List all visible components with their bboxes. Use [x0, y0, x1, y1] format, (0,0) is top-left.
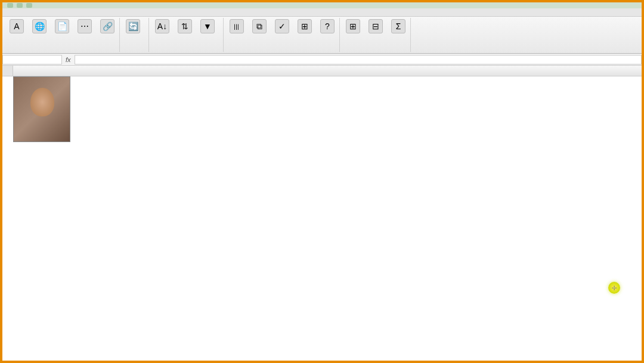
whatif-button[interactable]: ?	[318, 18, 337, 36]
sort-az-icon: A↓	[155, 19, 169, 33]
ungroup-button[interactable]: ⊟	[366, 18, 385, 36]
qat-undo-icon[interactable]	[17, 3, 23, 8]
ribbon-group-label	[123, 51, 146, 52]
ribbon-group-label	[343, 51, 408, 52]
access-icon: A	[10, 19, 24, 33]
ribbon-group-label	[153, 51, 221, 52]
data-validation-button[interactable]: ✓	[273, 18, 292, 36]
ribbon-tabs	[2, 8, 642, 17]
ribbon-group-label	[227, 51, 337, 52]
ribbon-group-datatools: ⫼ ⧉ ✓ ⊞ ?	[225, 18, 340, 52]
name-box[interactable]	[2, 55, 62, 64]
sort-icon: ⇅	[178, 19, 192, 33]
ribbon-group-extern: A 🌐 📄 ⋯ 🔗	[5, 18, 120, 52]
fx-icon[interactable]: fx	[62, 56, 75, 63]
ungroup-icon: ⊟	[369, 19, 383, 33]
highlight-cursor-icon: ✢	[608, 282, 620, 294]
ribbon-group-sort: A↓ ⇅ ▼	[150, 18, 224, 52]
from-web-button[interactable]: 🌐	[30, 18, 49, 36]
dedup-icon: ⧉	[252, 19, 267, 33]
existing-conn-icon: 🔗	[100, 19, 114, 33]
select-all-corner[interactable]	[2, 66, 13, 76]
sort-button[interactable]: ⇅	[175, 18, 194, 36]
qat-save-icon[interactable]	[7, 3, 13, 8]
ribbon-group-detail	[412, 18, 417, 52]
ribbon-group-label	[7, 51, 117, 52]
filter-icon: ▼	[200, 19, 215, 33]
consolidate-button[interactable]: ⊞	[295, 18, 314, 36]
filter-button[interactable]: ▼	[198, 18, 217, 36]
other-sources-icon: ⋯	[78, 19, 92, 33]
remove-duplicates-button[interactable]: ⧉	[250, 18, 269, 36]
text-icon: 📄	[55, 19, 69, 33]
spreadsheet-grid[interactable]: ✢	[2, 66, 642, 359]
validation-icon: ✓	[275, 19, 289, 33]
web-icon: 🌐	[32, 19, 47, 33]
text-cols-icon: ⫼	[230, 19, 244, 33]
whatif-icon: ?	[320, 19, 335, 33]
sort-az-button[interactable]: A↓	[153, 18, 172, 35]
qat-redo-icon[interactable]	[26, 3, 32, 8]
formula-bar: fx	[2, 54, 642, 66]
ribbon-group-outline: ⊞ ⊟ Σ	[341, 18, 411, 52]
from-other-button[interactable]: ⋯	[75, 18, 94, 36]
ribbon: A 🌐 📄 ⋯ 🔗 🔄 A↓ ⇅ ▼	[2, 17, 642, 54]
ribbon-group-connections: 🔄	[121, 18, 149, 52]
group-button[interactable]: ⊞	[343, 18, 363, 36]
existing-conn-button[interactable]: 🔗	[98, 18, 117, 36]
formula-input[interactable]	[75, 55, 642, 64]
column-headers	[2, 66, 642, 76]
consolidate-icon: ⊞	[298, 19, 312, 33]
from-access-button[interactable]: A	[7, 18, 26, 36]
quick-access-toolbar	[2, 2, 642, 8]
refresh-all-button[interactable]: 🔄	[123, 18, 143, 36]
text-to-columns-button[interactable]: ⫼	[227, 18, 246, 36]
subtotal-icon: Σ	[391, 19, 405, 33]
refresh-icon: 🔄	[126, 19, 140, 33]
speaker-photo	[13, 76, 70, 142]
subtotal-button[interactable]: Σ	[389, 18, 408, 36]
from-text-button[interactable]: 📄	[52, 18, 72, 36]
group-icon: ⊞	[346, 19, 360, 33]
